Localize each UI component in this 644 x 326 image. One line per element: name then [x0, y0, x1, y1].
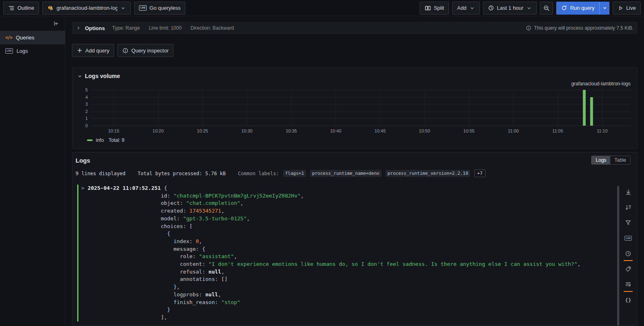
query-inspector-label: Query inspector [131, 48, 169, 54]
collapse-sidebar-button[interactable] [0, 19, 65, 31]
split-button[interactable]: Split [420, 2, 449, 15]
legend-series-swatch [87, 139, 93, 141]
chevron-down-icon [77, 74, 82, 79]
log-line: id: "chatcmpl-BPCK7pvtnBm7gLrvj52eeIyZ08… [81, 192, 581, 200]
split-label: Split [434, 5, 444, 11]
chevron-right-icon [76, 26, 81, 30]
common-labels-title: Common labels: [238, 171, 279, 176]
zoom-out-button[interactable] [540, 2, 553, 15]
v-gridline [602, 90, 603, 126]
options-line-limit: Line limit: 1000 [149, 25, 182, 31]
more-labels-badge[interactable]: +7 [474, 170, 485, 177]
explore-main: Options Type: Range Line limit: 1000 Dir… [65, 16, 644, 326]
sync-icon [561, 5, 567, 11]
logs-volume-header[interactable]: Logs volume [77, 71, 631, 81]
log-scrollbar[interactable] [617, 186, 619, 326]
logs-volume-panel: Logs volume grafanacloud-lambtron-logs 5… [72, 67, 637, 149]
live-button[interactable]: Live [613, 2, 641, 15]
series-label[interactable]: grafanacloud-lambtron-logs [571, 81, 631, 88]
log-line: content: "I don't experience emotions li… [81, 261, 581, 268]
show-labels-button[interactable] [623, 264, 633, 274]
v-gridline [425, 90, 425, 126]
wrap-lines-icon [625, 281, 631, 288]
x-tick-label: 10:45 [375, 128, 386, 133]
add-query-label: Add query [85, 48, 109, 54]
volume-bar [583, 90, 585, 126]
outline-button[interactable]: Outline [3, 2, 39, 15]
split-icon [425, 5, 431, 11]
clock-icon [625, 250, 631, 257]
clock-icon [488, 5, 494, 11]
lines-displayed: 9 lines displayed [76, 171, 126, 176]
log-line: }, [81, 283, 581, 291]
v-gridline [114, 90, 114, 126]
scroll-to-bottom-button[interactable] [623, 187, 633, 197]
logs-view-toggle: Logs Table [591, 156, 631, 165]
add-query-button[interactable]: Add query [72, 44, 114, 57]
grafana-explore-app: Outline grafanacloud-lambtron-logs LOG G… [0, 0, 644, 326]
wrap-lines-button[interactable] [623, 279, 633, 290]
show-timestamps-button[interactable] [623, 248, 633, 259]
outline-label: Outline [17, 5, 34, 11]
log-line: annotations: [] [81, 276, 581, 283]
datasource-name: grafanacloud-lambtron-logs [56, 5, 117, 11]
v-gridline [469, 90, 469, 126]
legend-series-name[interactable]: info [96, 137, 104, 143]
arrow-down-icon [625, 189, 632, 196]
options-type: Type: Range [112, 25, 140, 31]
chevron-down-icon [602, 5, 607, 11]
toggle-logs[interactable]: Logs [592, 156, 610, 164]
filter-button[interactable] [623, 217, 633, 228]
logs-volume-x-axis: 10:1510:2010:2510:3010:3510:4010:4510:50… [91, 126, 631, 135]
x-tick-label: 11:05 [552, 128, 563, 133]
x-tick-label: 10:35 [286, 128, 297, 133]
log-line: message: { [81, 246, 581, 253]
sidebar-item-queries[interactable]: </> Queries [0, 31, 65, 44]
h-gridline [91, 111, 631, 112]
log-line: } [81, 306, 581, 314]
run-query-button[interactable]: Run query [556, 2, 609, 15]
query-inspector-button[interactable]: Query inspector [117, 44, 173, 57]
v-gridline [513, 90, 514, 126]
logs-meta-row: 9 lines displayed Total bytes processed:… [76, 170, 637, 177]
explore-sidebar: </> Queries LOG Logs [0, 16, 65, 326]
toggle-table[interactable]: Table [610, 156, 630, 164]
logs-volume-legend: info Total: 9 [77, 135, 631, 145]
log-line: model: "gpt-3.5-turbo-0125", [81, 215, 581, 223]
log-line: role: "assistant", [81, 253, 581, 261]
legend-total: Total: 9 [108, 137, 124, 143]
log-line: logprobs: null, [81, 291, 581, 299]
log-badge-icon: LOG [624, 236, 632, 241]
info-icon [526, 25, 531, 31]
unique-labels-button[interactable]: LOG [623, 233, 633, 243]
log-line: refusal: null, [81, 268, 581, 276]
log-line: ], [81, 314, 581, 322]
run-query-caret[interactable] [599, 2, 609, 15]
h-gridline [91, 90, 631, 90]
volume-bar [590, 97, 593, 126]
query-options-row[interactable]: Options Type: Range Line limit: 1000 Dir… [72, 22, 637, 34]
add-dropdown-button[interactable]: Add [452, 2, 480, 15]
prettify-json-button[interactable]: {} [623, 295, 633, 305]
live-label: Live [626, 5, 636, 11]
logs-volume-title: Logs volume [85, 73, 120, 79]
common-label-badge: process_runtime_version=2.2.10 [386, 170, 471, 177]
time-range-picker[interactable]: Last 1 hour [483, 2, 537, 15]
y-tick-label: 4 [85, 95, 88, 100]
datasource-picker[interactable]: grafanacloud-lambtron-logs [42, 2, 131, 15]
go-queryless-button[interactable]: LOG Go queryless [134, 2, 185, 15]
time-range-label: Last 1 hour [497, 5, 523, 11]
x-tick-label: 10:20 [152, 128, 164, 133]
common-label-badge: process_runtime_name=deno [310, 170, 382, 177]
logs-volume-plot [91, 90, 631, 126]
sort-order-button[interactable] [623, 202, 633, 213]
log-row[interactable]: > 2025-04-22 11:07:52.251 {id: "chatcmpl… [76, 185, 637, 322]
v-gridline [291, 90, 292, 126]
v-gridline [558, 90, 558, 126]
sidebar-item-logs[interactable]: LOG Logs [0, 44, 65, 58]
braces-icon: {} [625, 297, 631, 303]
chevron-down-icon [469, 5, 475, 11]
log-line: index: 0, [81, 238, 581, 246]
logs-panel-title: Logs [76, 157, 90, 164]
run-query-main[interactable]: Run query [556, 2, 599, 15]
